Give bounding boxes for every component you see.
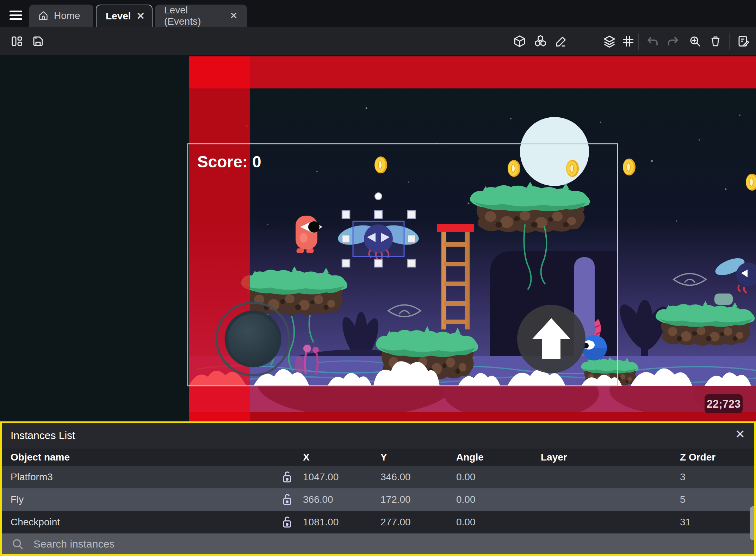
joystick-control[interactable] — [217, 303, 289, 375]
cell-z-order[interactable]: 31 — [680, 517, 754, 528]
tab-level-close-icon[interactable]: ✕ — [137, 11, 145, 21]
cell-z-order[interactable]: 3 — [680, 471, 754, 483]
edit-properties-button[interactable] — [552, 27, 571, 55]
undo-button[interactable] — [643, 27, 662, 55]
column-angle: Angle — [456, 452, 541, 463]
toolbar: Preview Publish — [0, 27, 756, 55]
cell-object-name[interactable]: Platform3 — [2, 471, 262, 483]
unlock-icon[interactable] — [262, 493, 303, 506]
cell-x[interactable]: 1047.00 — [303, 471, 380, 483]
rock — [714, 294, 733, 305]
tab-level[interactable]: Level ✕ — [96, 5, 153, 27]
objects-panel-button[interactable] — [510, 27, 529, 55]
search-icon — [12, 538, 24, 550]
score-text: Score: 0 — [197, 153, 261, 171]
layout-panels-button[interactable] — [6, 27, 27, 55]
column-x: X — [303, 452, 380, 463]
table-row-selected[interactable]: Fly 366.00 172.00 0.00 5 — [2, 488, 754, 511]
column-layer: Layer — [541, 452, 680, 463]
cell-y[interactable]: 277.00 — [380, 517, 456, 528]
object-groups-button[interactable] — [531, 27, 550, 55]
tab-home[interactable]: Home — [29, 5, 93, 27]
hamburger-menu-icon[interactable] — [10, 11, 22, 20]
tab-level-events-close-icon[interactable]: ✕ — [230, 11, 238, 21]
zoom-button[interactable] — [686, 27, 705, 55]
tab-level-label: Level — [106, 11, 131, 22]
grid-button[interactable] — [619, 27, 638, 55]
tab-level-events[interactable]: Level (Events) ✕ — [155, 5, 247, 27]
column-object-name: Object name — [2, 452, 303, 463]
cell-z-order[interactable]: 5 — [680, 494, 754, 505]
delete-button[interactable] — [706, 27, 725, 55]
close-icon[interactable]: ✕ — [735, 428, 745, 440]
tab-home-label: Home — [54, 10, 80, 21]
cell-angle[interactable]: 0.00 — [456, 517, 541, 528]
redo-button[interactable] — [663, 27, 682, 55]
instances-list-panel: Instances List ✕ Object name X Y Angle L… — [0, 421, 756, 556]
unlock-icon[interactable] — [262, 471, 303, 483]
home-icon — [38, 11, 48, 21]
jump-button[interactable] — [517, 305, 585, 373]
scrollbar-thumb[interactable] — [750, 506, 754, 540]
svg-text:22;723: 22;723 — [707, 398, 741, 410]
cell-x[interactable]: 366.00 — [303, 494, 380, 505]
table-row[interactable]: Platform3 1047.00 346.00 0.00 3 — [2, 466, 754, 488]
tab-level-events-label: Level (Events) — [164, 5, 224, 27]
cell-object-name[interactable]: Fly — [2, 494, 262, 505]
cell-angle[interactable]: 0.00 — [456, 494, 541, 505]
panel-title: Instances List — [11, 430, 75, 441]
search-input[interactable] — [33, 538, 754, 550]
search-bar[interactable] — [2, 533, 754, 554]
table-header: Object name X Y Angle Layer Z Order — [2, 449, 754, 466]
unlock-icon[interactable] — [262, 516, 303, 529]
coordinates-badge: 22;723 — [705, 394, 743, 413]
table-row[interactable]: Checkpoint 1081.00 277.00 0.00 31 — [2, 511, 754, 533]
cell-y[interactable]: 172.00 — [380, 494, 456, 505]
scene-editor-canvas[interactable]: Score: 0 22;723 — [0, 55, 756, 421]
cell-object-name[interactable]: Checkpoint — [2, 517, 262, 528]
cell-angle[interactable]: 0.00 — [456, 471, 541, 483]
edit-scene-events-button[interactable] — [734, 27, 753, 55]
save-button[interactable] — [27, 27, 49, 55]
layers-button[interactable] — [600, 27, 619, 55]
cell-y[interactable]: 346.00 — [380, 471, 456, 483]
moon[interactable] — [520, 117, 589, 186]
tab-bar: Home Level ✕ Level (Events) ✕ — [0, 0, 756, 27]
cell-x[interactable]: 1081.00 — [303, 517, 380, 528]
column-z-order: Z Order — [680, 452, 754, 463]
column-y: Y — [380, 452, 456, 463]
